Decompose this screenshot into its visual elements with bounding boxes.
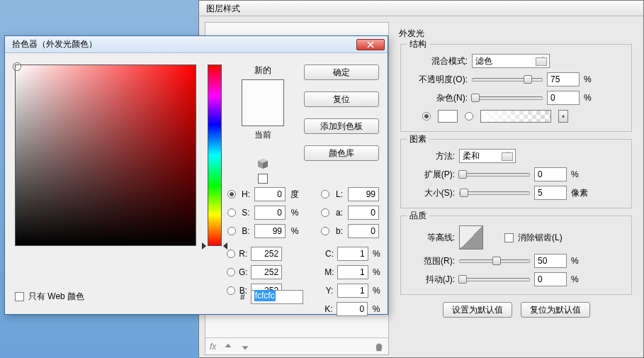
- dialog-title: 拾色器（外发光颜色）: [12, 38, 356, 50]
- hex-label: #: [240, 292, 245, 302]
- k-label: K:: [324, 304, 334, 314]
- hue-slider[interactable]: [208, 65, 222, 246]
- color-swatch[interactable]: [438, 110, 458, 123]
- y-input[interactable]: [337, 284, 368, 298]
- b-input[interactable]: [254, 224, 286, 238]
- s-unit: %: [288, 208, 301, 218]
- color-preview: [242, 79, 284, 126]
- dialog-titlebar[interactable]: 拾色器（外发光颜色）: [5, 36, 388, 53]
- c-unit: %: [371, 249, 382, 259]
- set-default-button[interactable]: 设置为默认值: [443, 302, 512, 318]
- unit-pct: %: [584, 74, 604, 84]
- trash-icon[interactable]: [374, 342, 384, 352]
- group-title: 品质: [407, 210, 429, 222]
- a-label: a:: [334, 208, 345, 218]
- contour-picker[interactable]: [459, 225, 483, 250]
- group-title: 结构: [407, 38, 429, 50]
- s-input[interactable]: [254, 206, 286, 220]
- g-input[interactable]: [251, 265, 282, 279]
- jitter-slider[interactable]: [459, 278, 530, 281]
- antialias-label: 消除锯齿(L): [518, 232, 563, 244]
- opacity-label: 不透明度(O):: [408, 74, 468, 86]
- h-radio[interactable]: [227, 190, 236, 198]
- gradient-swatch[interactable]: [480, 110, 551, 123]
- spread-label: 扩展(P):: [408, 169, 455, 181]
- lab-b-radio[interactable]: [321, 227, 329, 235]
- unit-pct: %: [571, 169, 591, 179]
- contour-label: 等高线:: [408, 232, 455, 244]
- arrow-up-icon[interactable]: [223, 342, 233, 352]
- s-label: S:: [240, 208, 252, 218]
- blend-mode-select[interactable]: 滤色: [472, 54, 550, 68]
- size-slider[interactable]: [459, 191, 530, 195]
- y-label: Y:: [324, 286, 334, 296]
- g-label: G:: [239, 267, 249, 277]
- range-slider[interactable]: [459, 259, 530, 263]
- s-radio[interactable]: [227, 208, 236, 217]
- small-swatch[interactable]: [258, 174, 268, 184]
- method-label: 方法:: [408, 150, 455, 162]
- spread-input[interactable]: [534, 167, 567, 181]
- bch-radio[interactable]: [227, 286, 235, 295]
- current-color-swatch[interactable]: [242, 103, 283, 125]
- size-input[interactable]: [534, 186, 567, 200]
- group-quality: 品质 等高线: 消除锯齿(L) 范围(R): % 抖动(J):: [400, 216, 632, 295]
- r-input[interactable]: [251, 247, 282, 261]
- reset-button[interactable]: 复位: [304, 91, 379, 107]
- hex-input[interactable]: fcfcfc: [251, 290, 303, 304]
- opacity-slider[interactable]: [472, 78, 543, 82]
- ok-button[interactable]: 确定: [304, 65, 379, 80]
- group-title: 图素: [407, 133, 429, 145]
- close-button[interactable]: [356, 39, 385, 50]
- jitter-input[interactable]: [534, 272, 567, 286]
- color-radio[interactable]: [422, 112, 431, 121]
- noise-input[interactable]: [547, 91, 580, 105]
- blend-mode-label: 混合模式:: [408, 55, 468, 67]
- unit-pct: %: [571, 274, 591, 284]
- range-input[interactable]: [534, 254, 567, 268]
- m-input[interactable]: [337, 265, 368, 279]
- arrow-down-icon[interactable]: [240, 342, 250, 352]
- a-radio[interactable]: [321, 208, 329, 217]
- unit-pct: %: [571, 256, 591, 266]
- method-select[interactable]: 柔和: [459, 149, 516, 163]
- m-unit: %: [371, 267, 382, 277]
- color-lib-button[interactable]: 颜色库: [304, 145, 379, 161]
- r-radio[interactable]: [227, 250, 235, 258]
- y-unit: %: [371, 286, 382, 296]
- lab-b-input[interactable]: [348, 224, 379, 238]
- unit-pct: %: [584, 93, 604, 103]
- g-radio[interactable]: [227, 268, 235, 276]
- reset-default-button[interactable]: 复位为默认值: [521, 302, 590, 318]
- noise-slider[interactable]: [472, 96, 543, 100]
- h-input[interactable]: [254, 187, 286, 201]
- a-input[interactable]: [348, 206, 379, 220]
- b-radio[interactable]: [227, 227, 236, 235]
- c-input[interactable]: [337, 247, 368, 261]
- current-label: 当前: [254, 129, 271, 141]
- gradient-radio[interactable]: [465, 112, 473, 121]
- style-list-footer: fx: [205, 337, 388, 354]
- l-input[interactable]: [348, 187, 379, 201]
- group-elements: 图素 方法: 柔和 扩展(P): % 大小(S): 像: [400, 139, 632, 208]
- fx-icon[interactable]: fx: [210, 342, 216, 352]
- section-title: 外发光: [399, 28, 632, 40]
- close-icon: [367, 41, 374, 48]
- c-label: C:: [324, 249, 334, 259]
- b-label: B:: [240, 226, 252, 236]
- spread-slider[interactable]: [459, 173, 530, 177]
- color-picker-dialog: 拾色器（外发光颜色） 新的 当前 确定 复位: [4, 35, 388, 315]
- opacity-input[interactable]: [547, 72, 580, 86]
- add-swatch-button[interactable]: 添加到色板: [304, 118, 379, 134]
- sv-indicator: [13, 63, 21, 70]
- saturation-value-field[interactable]: [15, 65, 196, 246]
- gradient-dropdown[interactable]: ▾: [558, 110, 568, 123]
- antialias-checkbox[interactable]: [504, 233, 514, 242]
- web-only-checkbox[interactable]: [15, 292, 24, 301]
- r-label: R:: [239, 249, 249, 259]
- size-label: 大小(S):: [408, 187, 455, 199]
- new-color-swatch: [242, 80, 283, 103]
- k-input[interactable]: [337, 302, 368, 316]
- cube-icon[interactable]: [257, 158, 269, 169]
- l-radio[interactable]: [321, 190, 329, 198]
